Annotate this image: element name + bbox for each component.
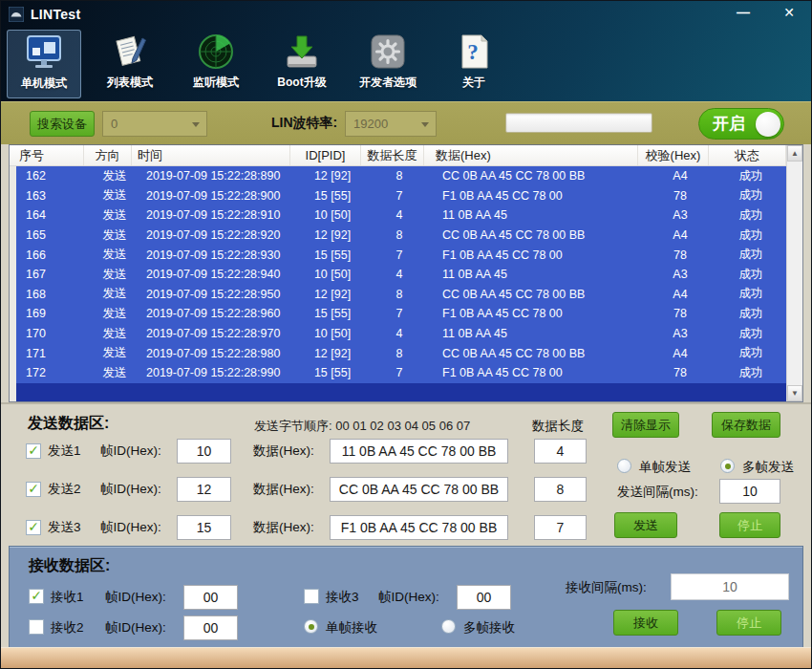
chevron-down-icon xyxy=(421,122,429,127)
table-cell: 15 [55] xyxy=(297,186,368,206)
table-cell: 8 xyxy=(368,226,431,246)
save-data-button[interactable]: 保存数据 xyxy=(712,412,780,438)
table-cell: 2019-07-09 15:22:28:980 xyxy=(139,343,297,363)
table-cell: 10 [50] xyxy=(297,205,368,226)
scroll-down-icon[interactable]: ▼ xyxy=(787,385,802,401)
single-frame-receive-label: 单帧接收 xyxy=(326,619,377,637)
table-row[interactable]: 165发送2019-07-09 15:22:28:92012 [92]8CC 0… xyxy=(16,226,786,246)
table-row[interactable]: 169发送2019-07-09 15:22:28:96015 [55]7F1 0… xyxy=(16,304,786,324)
table-row[interactable]: 164发送2019-07-09 15:22:28:91010 [50]411 0… xyxy=(16,205,786,226)
column-header[interactable]: ID[PID] xyxy=(290,145,361,165)
column-header[interactable]: 状态 xyxy=(709,145,786,165)
send2-length-input[interactable] xyxy=(534,477,587,502)
toolbar-item-developer-options[interactable]: 开发者选项 xyxy=(351,30,425,98)
table-row[interactable]: 166发送2019-07-09 15:22:28:93015 [55]7F1 0… xyxy=(16,245,786,265)
table-row[interactable]: 168发送2019-07-09 15:22:28:95012 [92]8CC 0… xyxy=(16,285,786,305)
toolbar-item-about[interactable]: ? 关于 xyxy=(437,30,511,98)
search-device-button[interactable]: 搜索设备 xyxy=(30,111,95,137)
table-cell: A4 xyxy=(645,343,716,363)
device-select[interactable]: 0 xyxy=(102,111,207,137)
send1-data-input[interactable] xyxy=(330,439,508,464)
table-row[interactable]: 162发送2019-07-09 15:22:28:89012 [92]8CC 0… xyxy=(16,166,786,186)
send2-checkbox[interactable]: ✓ xyxy=(26,482,41,497)
multi-frame-receive-label: 多帧接收 xyxy=(463,619,515,637)
send1-frame-id-input[interactable] xyxy=(177,439,231,464)
receive3-checkbox[interactable]: ✓ xyxy=(304,589,319,604)
minimize-button[interactable]: — xyxy=(727,3,759,22)
send-stop-button[interactable]: 停止 xyxy=(719,512,780,538)
table-cell: 10 [50] xyxy=(297,265,368,285)
receive3-frame-id-input[interactable] xyxy=(457,585,511,610)
send3-data-input[interactable] xyxy=(330,515,508,540)
receive2-checkbox[interactable]: ✓ xyxy=(29,619,44,635)
table-cell: 78 xyxy=(645,245,716,265)
column-header[interactable]: 时间 xyxy=(132,145,290,165)
baud-rate-select[interactable]: 19200 xyxy=(345,111,437,137)
send2-data-input[interactable] xyxy=(330,477,508,502)
table-cell: F1 0B AA 45 CC 78 00 xyxy=(431,304,645,324)
receive1-checkbox[interactable]: ✓ xyxy=(29,589,44,604)
table-cell: 170 xyxy=(16,324,91,344)
progress-bar xyxy=(505,113,652,133)
receive-interval-input[interactable] xyxy=(671,573,789,600)
multi-frame-send-radio[interactable] xyxy=(720,459,735,473)
table-row[interactable]: 170发送2019-07-09 15:22:28:97010 [50]411 0… xyxy=(16,324,786,344)
table-cell: 8 xyxy=(368,343,431,363)
frame-id-label: 帧ID(Hex): xyxy=(100,481,161,498)
table-cell: 166 xyxy=(16,245,91,265)
toolbar-item-list-mode[interactable]: 列表模式 xyxy=(93,30,167,98)
column-header[interactable]: 校验(Hex) xyxy=(638,145,709,165)
window-bottom-frame xyxy=(1,647,811,668)
table-row[interactable]: 171发送2019-07-09 15:22:28:98012 [92]8CC 0… xyxy=(16,343,786,363)
send3-frame-id-input[interactable] xyxy=(177,515,231,540)
toolbar-item-boot-upgrade[interactable]: Boot升级 xyxy=(265,30,339,98)
table-row[interactable]: 172发送2019-07-09 15:22:28:99015 [55]7F1 0… xyxy=(16,363,786,383)
byte-order-label: 发送字节顺序: 00 01 02 03 04 05 06 07 xyxy=(254,418,470,435)
send-interval-input[interactable] xyxy=(719,479,780,504)
scroll-up-icon[interactable]: ▲ xyxy=(787,145,802,162)
multi-frame-receive-radio[interactable] xyxy=(441,619,456,634)
table-cell: 7 xyxy=(368,304,431,324)
receive1-frame-id-input[interactable] xyxy=(183,585,238,610)
send1-checkbox[interactable]: ✓ xyxy=(26,443,41,459)
start-toggle[interactable]: 开启 xyxy=(698,108,784,140)
table-scrollbar[interactable]: ▲ ▼ xyxy=(786,145,802,401)
column-header[interactable]: 数据(Hex) xyxy=(424,145,638,165)
toolbar-item-listen-mode[interactable]: 监听模式 xyxy=(179,30,253,98)
receive1-label: 接收1 xyxy=(51,589,84,606)
table-cell: 11 0B AA 45 xyxy=(431,324,645,344)
toolbar-item-label: 列表模式 xyxy=(107,75,153,91)
data-hex-label: 数据(Hex): xyxy=(253,519,314,536)
column-header[interactable]: 方向 xyxy=(84,145,132,165)
receive2-frame-id-input[interactable] xyxy=(183,615,238,640)
table-cell: 8 xyxy=(368,285,431,305)
toolbar-item-standalone-mode[interactable]: 单机模式 xyxy=(7,30,81,98)
table-row[interactable]: 167发送2019-07-09 15:22:28:94010 [50]411 0… xyxy=(16,265,786,285)
table-cell: 11 0B AA 45 xyxy=(431,205,645,226)
close-button[interactable]: ✕ xyxy=(773,3,805,22)
table-cell: A4 xyxy=(645,166,716,186)
clear-display-button[interactable]: 清除显示 xyxy=(612,412,679,438)
baud-rate-label: LIN波特率: xyxy=(271,115,337,132)
send-button[interactable]: 发送 xyxy=(614,512,677,538)
column-header[interactable]: 序号 xyxy=(10,145,84,165)
table-cell: CC 0B AA 45 CC 78 00 BB xyxy=(431,166,645,186)
app-icon xyxy=(9,7,24,22)
single-frame-send-radio[interactable] xyxy=(617,459,631,473)
svg-text:?: ? xyxy=(467,40,479,64)
column-header[interactable]: 数据长度 xyxy=(361,145,424,165)
receive-stop-button[interactable]: 停止 xyxy=(716,610,781,636)
send3-checkbox[interactable]: ✓ xyxy=(26,520,41,535)
table-cell: 10 [50] xyxy=(297,324,368,344)
table-cell: A4 xyxy=(645,285,716,305)
send1-length-input[interactable] xyxy=(534,439,587,464)
table-cell: 165 xyxy=(16,226,91,246)
table-row[interactable]: 163发送2019-07-09 15:22:28:90015 [55]7F1 0… xyxy=(16,186,786,206)
receive-button[interactable]: 接收 xyxy=(613,610,678,636)
table-cell: 发送 xyxy=(91,245,139,265)
send3-length-input[interactable] xyxy=(534,515,587,540)
single-frame-receive-radio[interactable] xyxy=(304,619,318,634)
table-cell: 2019-07-09 15:22:28:920 xyxy=(139,226,297,246)
table-cell: 成功 xyxy=(716,285,786,305)
send2-frame-id-input[interactable] xyxy=(177,477,231,502)
